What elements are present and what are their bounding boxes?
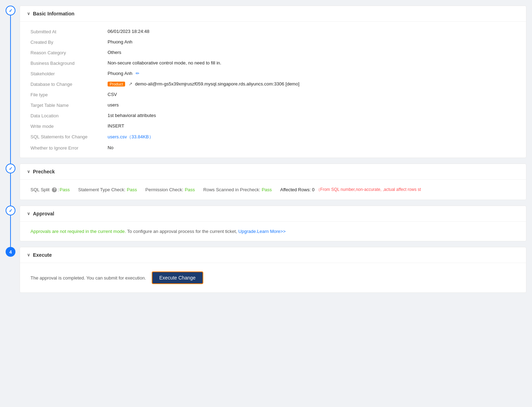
write-mode-label: Write mode [30,123,108,129]
execute-change-button[interactable]: Execute Change [152,271,204,284]
step-3-indicator: ✓ [6,206,15,247]
statement-type-label: Statement Type Check: [78,187,125,192]
reason-category-label: Reason Category [30,50,108,55]
approval-chevron-icon: ∨ [27,211,30,216]
execute-section: ∨ Execute The approval is completed. You… [20,247,526,293]
data-location-label: Data Location [30,113,108,118]
business-background-value: Non-secure collaborative control mode, n… [108,60,516,66]
basic-info-header: ∨ Basic Information [20,6,526,22]
sql-split-value: Pass [60,187,70,192]
submitted-at-label: Submitted At [30,29,108,34]
step-2-line [10,173,11,206]
rows-scanned-label: Rows Scanned in Precheck: [203,187,260,192]
submitted-at-value: 06/01/2023 18:24:48 [108,29,516,34]
step-2-indicator: ✓ [6,164,15,206]
step-2-check-icon: ✓ [9,166,13,171]
affected-rows-note: （From SQL number,non-accurate, ,actual a… [316,187,421,193]
precheck-body: SQL Split ? : Pass Statement Type Check:… [20,180,526,200]
statement-type-item: Statement Type Check: Pass [78,187,137,192]
database-label: Database to Change [30,81,108,87]
target-table-label: Target Table Name [30,102,108,108]
precheck-header: ∨ Precheck [20,164,526,180]
permission-label: Permission Check: [145,187,183,192]
step-4-indicator: 4 [6,247,15,293]
precheck-title: Precheck [33,169,55,174]
execute-title: Execute [33,252,52,258]
step-2-circle: ✓ [6,164,15,173]
basic-info-title: Basic Information [33,11,74,16]
step-1-indicator: ✓ [6,6,15,164]
permission-value: Pass [185,187,195,192]
stakeholder-value: Phuong Anh ✏ [108,71,516,76]
reason-category-value: Others [108,50,516,55]
permission-item: Permission Check: Pass [145,187,195,192]
product-tag: Product [108,82,125,87]
step-1-circle: ✓ [6,6,15,15]
ignore-error-label: Whether to Ignore Error [30,145,108,151]
step-4-circle: 4 [6,247,15,257]
db-arrow-icon: ↗ [129,81,132,87]
approval-body: Approvals are not required in the curren… [20,222,526,241]
rows-scanned-value: Pass [262,187,272,192]
target-table-value: users [108,102,516,108]
database-value: Product ↗ demo-ali@rm-gs5x39xmjruszf059.… [108,81,516,87]
business-background-label: Business Background [30,60,108,66]
step-3-circle: ✓ [6,206,15,215]
basic-info-section: ∨ Basic Information Submitted At 06/01/2… [20,6,526,158]
approval-normal-text: To configure an approval process for the… [127,229,238,234]
affected-rows-label: Affected Rows: 0 [280,187,315,192]
approval-green-text: Approvals are not required in the curren… [30,229,126,234]
execute-header: ∨ Execute [20,247,526,263]
sql-split-label: SQL Split [30,187,49,192]
sql-statements-value: users.csv（33.84KB） [108,134,516,140]
step-1-check-icon: ✓ [9,8,13,13]
data-location-value: 1st behavioral attributes [108,113,516,118]
basic-info-grid: Submitted At 06/01/2023 18:24:48 Created… [30,29,516,151]
step-3-check-icon: ✓ [9,208,13,213]
execute-chevron-icon: ∨ [27,253,30,257]
approval-header: ∨ Approval [20,206,526,222]
created-by-label: Created By [30,39,108,45]
ignore-error-value: No [108,145,516,151]
file-type-label: File type [30,92,108,97]
write-mode-value: INSERT [108,123,516,129]
step-1-line [10,15,11,164]
step-3-line [10,215,11,247]
step-4-number: 4 [9,249,12,255]
sql-statements-link[interactable]: users.csv（33.84KB） [108,134,154,139]
sql-split-item: SQL Split ? : Pass [30,187,70,192]
sql-statements-label: SQL Statements for Change [30,134,108,140]
execute-body: The approval is completed. You can submi… [20,263,526,292]
approval-title: Approval [33,211,54,216]
approval-section: ∨ Approval Approvals are not required in… [20,206,526,241]
created-by-value: Phuong Anh [108,39,516,45]
rows-scanned-item: Rows Scanned in Precheck: Pass [203,187,272,192]
approval-upgrade-link[interactable]: Upgrade.Learn More>> [238,229,286,234]
file-type-value: CSV [108,92,516,97]
affected-rows-item: Affected Rows: 0 （From SQL number,non-ac… [280,187,421,193]
basic-info-chevron-icon: ∨ [27,11,30,16]
execute-description: The approval is completed. You can submi… [30,275,146,281]
stakeholder-label: Stakeholder [30,71,108,76]
stakeholder-edit-icon[interactable]: ✏ [136,71,139,76]
precheck-chevron-icon: ∨ [27,169,30,174]
sql-split-info-icon[interactable]: ? [52,187,57,192]
statement-type-value: Pass [127,187,137,192]
precheck-section: ∨ Precheck SQL Split ? : Pass Statement … [20,164,526,200]
